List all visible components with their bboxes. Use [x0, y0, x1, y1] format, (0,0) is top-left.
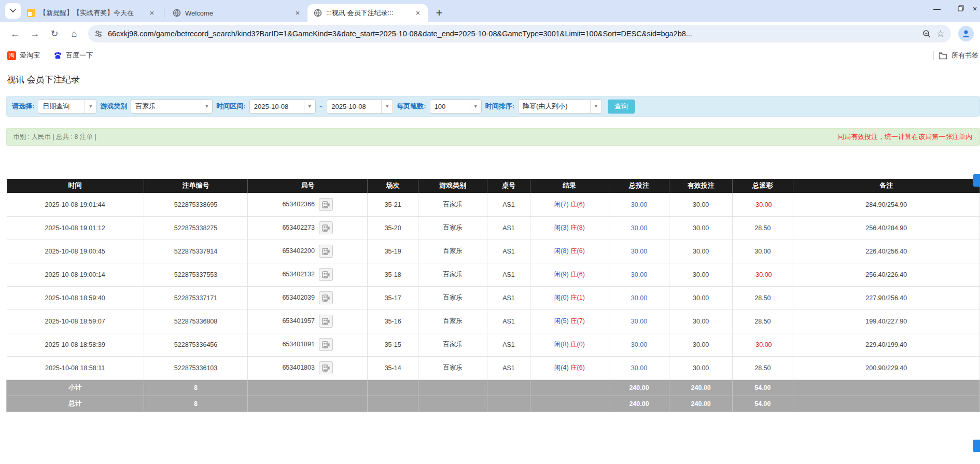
total-bet-link[interactable]: 30.00 [631, 364, 647, 372]
bookmarks-divider [933, 51, 934, 60]
video-replay-button[interactable] [319, 291, 333, 304]
url-text[interactable]: 66cxkj98.com/game/betrecord_search/kind3… [108, 30, 917, 38]
all-bookmarks-button[interactable]: 所有书签 [939, 51, 980, 60]
new-tab-button[interactable]: + [432, 6, 446, 20]
total-bet-link[interactable]: 30.00 [631, 294, 647, 302]
banker-result: 庄(6) [570, 201, 585, 208]
query-type-select[interactable]: 日期查询 ▼ [38, 100, 96, 114]
date-start-select[interactable]: 2025-10-08 ▼ [249, 100, 316, 114]
note-cell: 256.40/284.90 [793, 216, 979, 240]
round-number: 653402039 [282, 294, 315, 301]
close-tab-icon[interactable]: × [147, 8, 157, 18]
sort-order-select[interactable]: 降幂(由大到小) ▼ [518, 100, 602, 114]
total-bet-cell: 30.00 [609, 310, 669, 333]
note-cell: 227.90/256.40 [793, 286, 979, 310]
home-button[interactable]: ⌂ [65, 25, 83, 43]
back-button[interactable]: ← [6, 25, 24, 43]
total-bet-link[interactable]: 30.00 [631, 248, 647, 255]
forward-button[interactable]: → [26, 25, 44, 43]
floating-edge-button-top[interactable] [973, 174, 980, 187]
round-number: 653402200 [282, 247, 315, 255]
per-page-select[interactable]: 100 ▼ [430, 100, 482, 114]
table-no-cell: AS1 [487, 240, 530, 263]
payout-cell: 28.50 [733, 356, 793, 379]
zoom-icon[interactable] [922, 30, 931, 38]
restore-button[interactable] [949, 0, 973, 18]
filter-bar: 请选择: 日期查询 ▼ 游戏类别 百家乐 ▼ 时间区间: 2025-10-08 … [6, 96, 980, 117]
banker-result: 庄(6) [570, 271, 585, 278]
floating-edge-button-bottom[interactable] [973, 440, 980, 452]
empty-cell [487, 396, 530, 412]
close-window-button[interactable]: × [973, 0, 980, 18]
video-replay-button[interactable] [319, 361, 333, 374]
valid-bet-cell: 30.00 [669, 333, 733, 356]
profile-avatar[interactable] [958, 26, 974, 41]
search-button[interactable]: 查询 [608, 100, 635, 114]
game-type-cell: 百家乐 [418, 356, 487, 379]
address-bar[interactable]: 66cxkj98.com/game/betrecord_search/kind3… [88, 25, 951, 43]
sort-order-label: 时间排序: [485, 102, 514, 111]
date-range-tilde: ~ [319, 103, 324, 110]
session-cell: 35-20 [368, 216, 418, 240]
time-cell: 2025-10-08 18:58:11 [7, 356, 144, 379]
video-replay-button[interactable] [319, 268, 333, 281]
game-type-cell: 百家乐 [418, 193, 487, 216]
browser-tab-forum[interactable]: 【新提醒】【实战有奖】今天在 × [21, 4, 162, 22]
video-replay-button[interactable] [319, 315, 333, 328]
total-bet-link[interactable]: 30.00 [631, 224, 647, 232]
video-replay-button[interactable] [319, 245, 333, 258]
table-no-cell: AS1 [487, 356, 530, 379]
browser-tab-betrecord-active[interactable]: :::视讯 会员下注纪录::: × [307, 4, 428, 22]
reload-button[interactable]: ↻ [46, 25, 63, 43]
bookmark-star-icon[interactable]: ☆ [936, 28, 945, 39]
subtotal-payout: 54.00 [733, 379, 793, 396]
payout-value: -30.00 [753, 271, 772, 278]
round-cell: 653401891 [248, 333, 368, 356]
note-cell: 199.40/227.90 [793, 310, 979, 333]
video-replay-button[interactable] [319, 198, 333, 211]
total-bet-link[interactable]: 30.00 [631, 341, 647, 348]
round-cell: 653402132 [248, 263, 368, 286]
table-row: 2025-10-08 18:59:07 522875336808 6534019… [7, 310, 980, 333]
summary-bar: 币别 : 人民币 | 总共 : 8 注单 | 同局有效投注，统一计算在该局第一张… [6, 128, 980, 146]
session-cell: 35-14 [368, 356, 418, 379]
all-bookmarks-label: 所有书签 [951, 51, 978, 60]
round-cell: 653402039 [248, 286, 368, 310]
game-type-cell: 百家乐 [418, 263, 487, 286]
player-result: 闲(0) [554, 294, 569, 301]
date-end-select[interactable]: 2025-10-08 ▼ [327, 100, 393, 114]
round-cell: 653401803 [248, 356, 368, 379]
note-cell: 226.40/256.40 [793, 240, 979, 263]
empty-cell [248, 396, 368, 412]
tab-search-button[interactable] [5, 3, 21, 19]
column-header: 总派彩 [733, 179, 793, 193]
chevron-down-icon: ▼ [85, 100, 96, 113]
valid-bet-cell: 30.00 [669, 286, 733, 310]
total-bet-link[interactable]: 30.00 [631, 318, 647, 325]
film-icon [322, 248, 330, 255]
browser-toolbar: ← → ↻ ⌂ 66cxkj98.com/game/betrecord_sear… [0, 22, 980, 46]
table-row: 2025-10-08 18:58:39 522875336456 6534018… [7, 333, 980, 356]
table-no-cell: AS1 [487, 286, 530, 310]
game-type-select[interactable]: 百家乐 ▼ [131, 100, 213, 114]
column-header: 备注 [793, 179, 979, 193]
bookmark-baidu[interactable]: 百度一下 [53, 51, 93, 60]
payout-value: -30.00 [753, 201, 772, 208]
minimize-button[interactable]: — [925, 0, 949, 18]
close-tab-icon[interactable]: × [413, 8, 423, 18]
valid-bet-cell: 30.00 [669, 310, 733, 333]
result-cell: 闲(5) 庄(7) [530, 310, 609, 333]
close-tab-icon[interactable]: × [293, 8, 302, 18]
subtotal-row: 小计 8 240.00 240.00 54.00 [7, 379, 980, 396]
banker-result: 庄(8) [570, 224, 585, 231]
time-cell: 2025-10-08 18:59:07 [7, 310, 144, 333]
video-replay-button[interactable] [319, 338, 333, 351]
browser-tab-welcome[interactable]: Welcome × [166, 4, 307, 22]
video-replay-button[interactable] [319, 221, 333, 234]
total-bet-link[interactable]: 30.00 [631, 271, 647, 278]
site-settings-icon[interactable] [94, 30, 103, 38]
total-bet-link[interactable]: 30.00 [631, 201, 647, 208]
player-result: 闲(3) [554, 224, 569, 231]
valid-bet-notice-text: 同局有效投注，统一计算在该局第一张注单内 [837, 132, 973, 142]
bookmark-taobao[interactable]: 淘 爱淘宝 [7, 51, 40, 60]
